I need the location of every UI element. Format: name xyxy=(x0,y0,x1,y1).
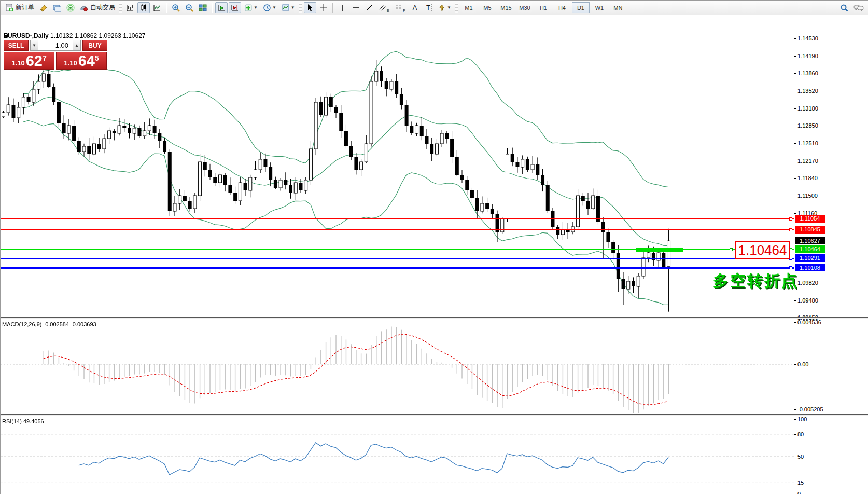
axis-tick xyxy=(794,409,796,410)
equidistant-channel-tool[interactable]: E xyxy=(376,2,391,13)
periods-button[interactable]: ▼ xyxy=(261,2,278,13)
vertical-line-tool[interactable] xyxy=(336,2,348,13)
pane-splitter[interactable] xyxy=(1,317,868,319)
indicators-icon xyxy=(244,4,253,12)
rsi-label: RSI(14) 49.4056 xyxy=(2,418,44,424)
line-handle[interactable] xyxy=(789,266,792,269)
horizontal-level-line[interactable] xyxy=(1,267,794,269)
horizontal-level-line[interactable] xyxy=(1,241,794,241)
tile-windows-button[interactable] xyxy=(197,2,209,13)
axis-tick xyxy=(794,419,796,420)
chart-area[interactable]: EURUSD-,Daily 1.10132 1.10862 1.09263 1.… xyxy=(1,15,868,494)
zoom-in-button[interactable] xyxy=(170,2,182,13)
price-axis-label: 1.09820 xyxy=(797,280,818,286)
zoom-out-icon xyxy=(185,4,193,12)
volume-field[interactable]: 1.00 xyxy=(38,40,73,51)
price-annotation-box[interactable]: 1.10464 xyxy=(735,241,790,259)
sell-price-box[interactable]: 1.10 62 7 xyxy=(4,52,54,70)
vertical-line-icon xyxy=(339,4,345,12)
horizontal-level-line[interactable] xyxy=(1,218,794,219)
horizontal-level-line[interactable] xyxy=(1,229,794,230)
timeframe-m5[interactable]: M5 xyxy=(479,2,496,13)
line-handle[interactable] xyxy=(789,217,792,221)
macd-axis-label: 0.00 xyxy=(797,361,808,367)
zoom-in-icon xyxy=(172,4,180,12)
line-chart-button[interactable] xyxy=(151,2,163,13)
rsi-axis-label: 0 xyxy=(797,491,801,494)
auto-scroll-button[interactable] xyxy=(215,2,228,13)
price-axis-border xyxy=(794,30,794,494)
toolbar-grip xyxy=(455,3,458,13)
volume-decrease-button[interactable]: ▼ xyxy=(30,40,38,51)
line-handle[interactable] xyxy=(730,248,733,251)
signals-button[interactable] xyxy=(64,2,77,13)
horizontal-level-line[interactable] xyxy=(1,258,794,259)
toolbar-separator xyxy=(166,3,167,13)
horizontal-line-icon xyxy=(352,4,360,12)
timeframe-m1[interactable]: M1 xyxy=(460,2,478,13)
price-tag: 1.10627 xyxy=(795,237,825,244)
axis-tick xyxy=(794,196,796,196)
price-axis-label: 1.13860 xyxy=(797,70,818,76)
templates-button[interactable]: ▼ xyxy=(279,2,297,13)
price-axis-label: 1.14530 xyxy=(797,35,818,42)
text-tool[interactable]: A xyxy=(409,2,421,13)
line-chart-icon xyxy=(153,4,161,12)
zoom-out-button[interactable] xyxy=(183,2,195,13)
one-click-trading-panel: SELL ▼ 1.00 ▲ BUY 1.10 62 7 1.10 64 5 xyxy=(4,40,108,70)
buy-price-big: 64 xyxy=(78,53,95,68)
autotrade-button[interactable]: 自动交易 xyxy=(78,2,117,13)
chart-shift-button[interactable] xyxy=(229,2,241,13)
panel-collapse-arrow-icon[interactable] xyxy=(5,34,10,37)
rsi-axis-label: 80 xyxy=(797,431,804,437)
price-axis-label: 1.13520 xyxy=(797,88,818,94)
timeframe-h4[interactable]: H4 xyxy=(553,2,571,13)
timeframe-m30[interactable]: M30 xyxy=(516,2,534,13)
timeframe-w1[interactable]: W1 xyxy=(591,2,608,13)
chart-profile-icon xyxy=(53,4,61,12)
horizontal-line-tool[interactable] xyxy=(349,2,362,13)
chat-icon xyxy=(853,4,864,12)
indicators-button[interactable]: ▼ xyxy=(242,2,260,13)
timeframe-h1[interactable]: H1 xyxy=(535,2,552,13)
sell-price-sup: 7 xyxy=(43,54,47,62)
buy-button[interactable]: BUY xyxy=(82,40,107,51)
new-order-button[interactable]: 新订单 xyxy=(3,2,36,13)
trendline-tool[interactable] xyxy=(363,2,375,13)
buy-price-sup: 5 xyxy=(95,54,99,62)
fibo-sub-label: F xyxy=(403,8,405,13)
timeframe-mn[interactable]: MN xyxy=(609,2,627,13)
arrows-icon xyxy=(438,4,446,12)
candlestick-chart-button[interactable] xyxy=(137,2,150,13)
price-tag: 1.11054 xyxy=(795,215,825,223)
main-toolbar: 新订单 自动交易 xyxy=(1,1,868,15)
chevron-down-icon: ▼ xyxy=(447,5,451,10)
bar-chart-button[interactable] xyxy=(124,2,136,13)
pane-splitter[interactable] xyxy=(1,414,868,416)
volume-increase-button[interactable]: ▲ xyxy=(73,40,81,51)
label-tool[interactable]: T xyxy=(422,2,435,13)
chinese-annotation-text[interactable]: 多空转折点 xyxy=(713,270,799,292)
rsi-pane-canvas[interactable] xyxy=(1,416,794,494)
candlestick-chart-icon xyxy=(139,4,148,12)
eraser-button[interactable] xyxy=(37,2,50,13)
price-pane-canvas[interactable] xyxy=(1,30,794,318)
buy-price-box[interactable]: 1.10 64 5 xyxy=(56,52,107,70)
line-handle[interactable] xyxy=(789,228,792,231)
timeframe-m15[interactable]: M15 xyxy=(497,2,515,13)
cursor-tool-button[interactable] xyxy=(304,2,316,13)
macd-pane-canvas[interactable] xyxy=(1,319,794,415)
sell-button[interactable]: SELL xyxy=(4,40,29,51)
highlighted-line-segment[interactable] xyxy=(636,248,683,252)
timeframe-bar: M1M5M15M30H1H4D1W1MN xyxy=(459,2,627,13)
chart-profile-button[interactable] xyxy=(51,2,63,13)
crosshair-tool-button[interactable] xyxy=(317,2,330,13)
new-order-label: 新订单 xyxy=(16,3,34,12)
timeframe-d1[interactable]: D1 xyxy=(572,2,590,13)
axis-tick xyxy=(794,178,796,179)
arrows-tool[interactable]: ▼ xyxy=(436,2,453,13)
fibonacci-tool[interactable]: F xyxy=(393,2,408,13)
chat-button[interactable] xyxy=(851,2,866,13)
search-icon xyxy=(840,4,848,12)
search-button[interactable] xyxy=(838,2,850,13)
